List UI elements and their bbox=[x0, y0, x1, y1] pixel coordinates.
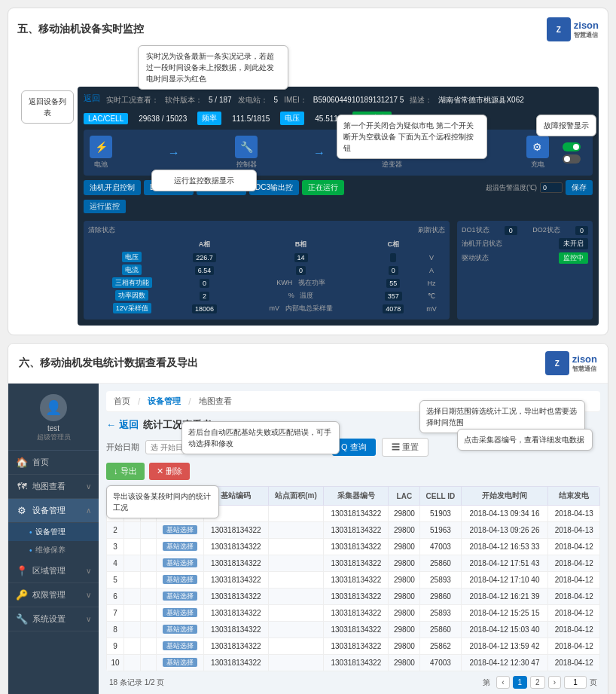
delete-button[interactable]: ✕ 删除 bbox=[149, 463, 190, 480]
nav-map[interactable]: 地图查看 bbox=[199, 396, 232, 407]
elec-label: 发电站： bbox=[238, 95, 268, 105]
col-a: A相 bbox=[176, 238, 233, 251]
sidebar-item-home[interactable]: 🏠 首页 bbox=[8, 451, 99, 475]
logo2-icon: Z bbox=[545, 351, 569, 375]
desc-val: 湖南省常德市桃源县X062 bbox=[438, 95, 523, 105]
avatar: 👤 bbox=[40, 394, 67, 421]
elec-val: 5 bbox=[274, 96, 279, 104]
logo2-tagline: 智慧通信 bbox=[572, 365, 597, 373]
table-footer: 18 条记录 1/2 页 第 ‹ 1 2 › 页 bbox=[106, 671, 600, 693]
dash-topbar: 返回 实时工况查看： 软件版本： 5 / 187 发电站： 5 IMEI： B5… bbox=[84, 93, 593, 107]
record-count: 18 条记录 1/2 页 bbox=[109, 677, 164, 688]
switch-btn-running[interactable]: 正在运行 bbox=[302, 180, 344, 195]
lac-label: LAC/CELL bbox=[84, 113, 128, 124]
collector-link[interactable]: 130318134322 bbox=[324, 622, 389, 638]
app-layout: 👤 test 超级管理员 🏠 首页 🗺 地图查看 ∨ ⚙ 设备管理 ∧ 设备管理 bbox=[8, 384, 608, 694]
back-button[interactable]: ← 返回 bbox=[106, 418, 139, 432]
table-row: 12V采样值 18006 mV 内部电总采样量 4078 mV bbox=[88, 302, 445, 315]
temp-input[interactable] bbox=[540, 182, 563, 193]
power-label: 频率 bbox=[197, 112, 221, 125]
page-prev-label: 第 bbox=[483, 677, 490, 688]
logo-icon: Z bbox=[547, 17, 571, 41]
run-monitor: 清除状态 刷新状态 A相 B相 C相 bbox=[84, 221, 450, 319]
collector-link[interactable]: 130318134322 bbox=[324, 638, 389, 655]
collector-link[interactable]: 130318134322 bbox=[324, 506, 389, 522]
chevron-down-icon3: ∨ bbox=[86, 591, 91, 599]
sidebar-item-settings[interactable]: 🔧 系统设置 ∨ bbox=[8, 607, 99, 631]
run-monitor-header: 运行监控 运行监控数据显示 bbox=[84, 200, 593, 218]
logo2-text-block: zison 智慧通信 bbox=[572, 353, 597, 373]
page-2-button[interactable]: 2 bbox=[530, 676, 545, 689]
chevron-up-icon: ∧ bbox=[86, 506, 91, 515]
col-phase-header bbox=[88, 238, 176, 251]
monitor-table: A相 B相 C相 电压 226.7 14 bbox=[88, 238, 445, 315]
sidebar-item-auth[interactable]: 🔑 权限管理 ∨ bbox=[8, 583, 99, 607]
logo2: Z zison 智慧通信 bbox=[545, 351, 597, 375]
realwork-label: 实时工况查看： bbox=[106, 95, 159, 105]
table-row: 三相有功能 0 KWH 视在功率 55 Hz bbox=[88, 277, 445, 289]
sidebar-item-region-label: 区域管理 bbox=[32, 565, 66, 576]
flow-node-battery: ⚡ 电池 bbox=[90, 136, 112, 170]
sidebar-item-region[interactable]: 📍 区域管理 ∨ bbox=[8, 559, 99, 583]
sidebar-item-equipment[interactable]: ⚙ 设备管理 ∧ bbox=[8, 499, 99, 523]
fault-row-drive: 驱动状态 监控中 bbox=[462, 252, 588, 264]
table-row: 9 基站选择 130318134322 130318134322 29800 2… bbox=[107, 638, 600, 655]
col-lac: LAC bbox=[389, 487, 420, 506]
collector-link[interactable]: 130318134322 bbox=[324, 589, 389, 605]
nav-home[interactable]: 首页 bbox=[114, 396, 130, 407]
collector-link[interactable]: 130318134322 bbox=[324, 572, 389, 589]
user-profile: 👤 test 超级管理员 bbox=[8, 384, 99, 451]
next-page-button[interactable]: › bbox=[548, 676, 561, 689]
section2-header: 六、移动油机发电统计数据查看及导出 Z zison 智慧通信 bbox=[8, 344, 608, 384]
imei-label: IMEI： bbox=[284, 95, 307, 105]
match-annotation: 若后台自动匹配基站失败或匹配错误，可手动选择和修改 bbox=[181, 421, 340, 454]
flow-node-charge: ⚙ 充电 bbox=[526, 136, 549, 170]
sidebar-item-map[interactable]: 🗺 地图查看 ∨ bbox=[8, 475, 99, 499]
collector-link[interactable]: 130318134322 bbox=[324, 655, 389, 671]
action-bar: ↓ 导出 ✕ 删除 bbox=[106, 463, 600, 480]
prev-page-button[interactable]: ‹ bbox=[496, 676, 509, 689]
save-button[interactable]: 保存 bbox=[566, 180, 593, 195]
col-starttime: 开始发电时间 bbox=[461, 487, 548, 506]
table-row: 4 基站选择 130318134322 130318134322 29800 2… bbox=[107, 555, 600, 572]
table-row: 电流 6.54 0 0 A bbox=[88, 264, 445, 277]
page-1-button[interactable]: 1 bbox=[513, 676, 528, 689]
table-row: 10 基站选择 130318134322 130318134322 29800 … bbox=[107, 655, 600, 671]
fault-annotation: 故障报警显示 bbox=[536, 115, 596, 136]
imei-val: B5906044910189131217 5 bbox=[313, 96, 404, 104]
page-jump-input[interactable] bbox=[564, 676, 587, 689]
sidebar-sub-equipment-mgmt[interactable]: 设备管理 bbox=[8, 523, 99, 541]
collector-link[interactable]: 130318134322 bbox=[324, 539, 389, 555]
chevron-down-icon: ∨ bbox=[86, 482, 91, 491]
col-c: C相 bbox=[369, 238, 419, 251]
voltage-label: 电压 bbox=[280, 112, 304, 125]
nav-equipment-mgmt[interactable]: 设备管理 bbox=[148, 396, 181, 407]
collector-link[interactable]: 130318134322 bbox=[324, 522, 389, 539]
top-annotation-bubble: 实时况为设备最新一条实况记录，若超过一段时间设备未上报数据，则此处发电时间显示为… bbox=[138, 45, 288, 90]
reset-button[interactable]: ☰ 重置 bbox=[382, 438, 428, 457]
logo2-brand: zison bbox=[572, 353, 597, 365]
col-endtime: 结束发电 bbox=[548, 487, 600, 506]
flow-node-controller: 🔧 控制器 bbox=[235, 136, 258, 170]
collector-link[interactable]: 130318134322 bbox=[324, 555, 389, 572]
switch-btn-engine[interactable]: 油机开启控制 bbox=[84, 180, 141, 195]
back-link[interactable]: 返回 bbox=[84, 93, 100, 104]
collector-link[interactable]: 130318134322 bbox=[324, 605, 389, 622]
desc-label: 描述： bbox=[410, 95, 432, 105]
flush-row: 清除状态 刷新状态 bbox=[88, 225, 445, 235]
toggle-off[interactable] bbox=[563, 154, 581, 164]
sidebar-sub-maintenance[interactable]: 维修保养 bbox=[8, 541, 99, 559]
toggle-on[interactable] bbox=[563, 142, 581, 151]
equipment-icon: ⚙ bbox=[16, 505, 28, 516]
softver-val: 5 / 187 bbox=[209, 96, 232, 104]
section1-content: 实时况为设备最新一条实况记录，若超过一段时间设备未上报数据，则此处发电时间显示为… bbox=[17, 49, 599, 326]
temp-control: 超温告警温度(℃) 保存 bbox=[486, 180, 593, 195]
export-button[interactable]: ↓ 导出 bbox=[106, 463, 145, 480]
region-icon: 📍 bbox=[16, 565, 28, 576]
page-suffix: 页 bbox=[590, 677, 597, 688]
lac-val: 29638 / 15023 bbox=[136, 113, 190, 124]
col-area: 站点面积(m) bbox=[268, 487, 323, 506]
sidebar-item-home-label: 首页 bbox=[32, 457, 49, 468]
action-area: 若后台自动匹配基站失败或匹配错误，可手动选择和修改 导出该设备某段时间内的统计工… bbox=[106, 463, 600, 480]
sidebar-item-settings-label: 系统设置 bbox=[32, 613, 66, 625]
